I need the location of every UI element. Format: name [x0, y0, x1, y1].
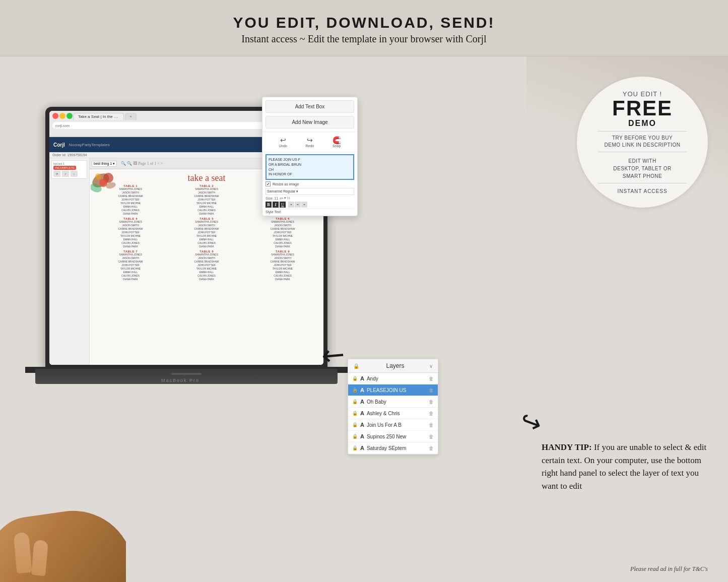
- layer-type-A-6: A: [360, 433, 364, 439]
- layer-lock-icon-7: 🔒: [352, 445, 358, 450]
- table-9: TABLE 9 SAMANTHA JONESJASON SMITHCARRIE …: [245, 250, 320, 281]
- mobile-editing-panel[interactable]: Add Text Box Add New Image ↩ Undo ↪ Redo…: [262, 97, 358, 216]
- italic-btn[interactable]: I: [273, 202, 279, 208]
- align-left-btn[interactable]: ≡: [288, 202, 294, 208]
- layer-type-A: A: [360, 375, 364, 381]
- layer-delete-icon[interactable]: 🗑: [429, 376, 434, 381]
- corjl-sidebar: hint text 1 INCOMPLETE ⟳ ✓ ↓: [49, 158, 90, 365]
- sidebar-preview: hint text 1 INCOMPLETE ⟳ ✓ ↓: [51, 160, 87, 179]
- layers-title: Layers: [386, 362, 404, 369]
- layer-lock-icon-4: 🔒: [352, 411, 358, 416]
- macbook-label: MacBook Pro: [161, 378, 200, 383]
- handy-tip-section: HANDY TIP: If you are unable to select &…: [542, 441, 713, 492]
- toolbar-zoom: 🔍 🔍 🖼 Page 1 of 1 < >: [121, 161, 163, 166]
- size-controls: Size: 11 px ▾ 11: [266, 196, 354, 200]
- resize-label: Resize as Image: [273, 182, 299, 186]
- underline-btn[interactable]: U: [280, 202, 286, 208]
- bold-btn[interactable]: B: [266, 202, 272, 208]
- align-btns: ≡ ≡ ≡: [288, 202, 307, 208]
- incomplete-badge: INCOMPLETE: [53, 166, 76, 170]
- demo-edit-with-text: EDIT WITH DESKTOP, TABLET OR SMART PHONE: [613, 157, 671, 180]
- text-editing-panel: PLEASE JOIN US FOR A BRIDAL BRUNCHIN HON…: [262, 152, 357, 216]
- smartphone-label: SMART PHONE: [623, 173, 662, 179]
- table-7-names: SAMANTHA JONESJASON SMITHCARRIE BRADSHAW…: [93, 253, 168, 281]
- platforms-label: DESKTOP, TABLET OR: [613, 166, 671, 171]
- layers-header: 🔒 Layers ∨: [348, 359, 438, 373]
- table-8-names: SAMANTHA JONESJASON SMITHCARRIE BRADSHAW…: [169, 253, 244, 281]
- arrow-circle-to-tip: ↩: [516, 405, 546, 440]
- layer-item-andy[interactable]: 🔒 A Andy 🗑: [348, 373, 438, 384]
- layer-delete-icon-4[interactable]: 🗑: [429, 411, 434, 416]
- text-content-box[interactable]: PLEASE JOIN US FOR A BRIDAL BRUNCHIN HON…: [266, 154, 354, 180]
- align-center-btn[interactable]: ≡: [295, 202, 301, 208]
- layers-chevron-icon[interactable]: ∨: [429, 363, 433, 369]
- try-before-text: TRY BEFORE YOU BUY: [612, 135, 673, 141]
- layer-delete-icon-6[interactable]: 🗑: [429, 434, 434, 439]
- layer-item-join-us[interactable]: 🔒 A Join Us For A B 🗑: [348, 419, 438, 431]
- table-6-names: SAMANTHA JONESJASON SMITHCARRIE BRADSHAW…: [245, 220, 320, 248]
- minimize-btn[interactable]: [59, 113, 65, 119]
- layer-name-join-us: Join Us For A B: [367, 422, 426, 428]
- layer-name-andy: Andy: [367, 376, 426, 381]
- inactive-tab: +: [125, 113, 137, 120]
- layer-delete-icon-2[interactable]: 🗑: [429, 387, 434, 393]
- add-text-box-btn[interactable]: Add Text Box: [266, 100, 354, 113]
- maximize-btn[interactable]: [67, 113, 73, 119]
- layer-lock-icon-6: 🔒: [352, 434, 358, 439]
- table-4-names: SAMANTHA JONESJASON SMITHCARRIE BRADSHAW…: [93, 220, 168, 248]
- corjl-logo: Corjl: [53, 142, 65, 148]
- toolbar-page-btn[interactable]: best thing 1 ▾: [92, 161, 117, 167]
- px-label: px ▾ 11: [280, 196, 290, 200]
- sidebar-action-3[interactable]: ↓: [71, 171, 78, 177]
- layer-type-A-4: A: [360, 410, 364, 416]
- close-btn[interactable]: [52, 113, 58, 119]
- sidebar-badge: INCOMPLETE: [53, 166, 85, 169]
- demo-link-text: DEMO LINK IN DESCRIPTION: [605, 142, 681, 148]
- sidebar-action-icons: ⟳ ✓ ↓: [53, 171, 85, 177]
- layer-delete-icon-3[interactable]: 🗑: [429, 399, 434, 405]
- table-2-names: SAMANTHA JONESJASON SMITHCARRIE BRADSHAW…: [169, 187, 244, 216]
- sub-headline: Instant access ~ Edit the template in yo…: [10, 33, 718, 45]
- sidebar-action-1[interactable]: ⟳: [53, 171, 60, 177]
- layer-name-ashley-chris: Ashley & Chris: [367, 411, 426, 416]
- redo-btn[interactable]: ↪ Redo: [305, 136, 314, 148]
- layer-item-oh-baby[interactable]: 🔒 A Oh Baby 🗑: [348, 396, 438, 408]
- table-9-names: SAMANTHA JONESJASON SMITHCARRIE BRADSHAW…: [245, 253, 320, 281]
- layer-type-A-5: A: [360, 422, 364, 428]
- floral-top-left: [91, 170, 131, 211]
- main-headline: YOU EDIT, DOWNLOAD, SEND!: [10, 14, 718, 31]
- align-right-btn[interactable]: ≡: [301, 202, 307, 208]
- font-selector[interactable]: Samarind Regular ▾: [266, 188, 354, 195]
- layer-delete-icon-7[interactable]: 🗑: [429, 445, 434, 451]
- handy-tip-label: HANDY TIP:: [542, 442, 592, 452]
- undo-icon: ↩: [279, 136, 287, 144]
- layer-delete-icon-5[interactable]: 🗑: [429, 422, 434, 428]
- sidebar-action-2[interactable]: ✓: [62, 171, 69, 177]
- table-7: TABLE 7 SAMANTHA JONESJASON SMITHCARRIE …: [93, 250, 168, 281]
- demo-instant-text: INSTANT ACCESS: [617, 188, 667, 194]
- free-demo-circle: YOU EDIT ! FREE DEMO TRY BEFORE YOU BUY …: [577, 77, 708, 208]
- hand-typing-area: [0, 492, 126, 582]
- undo-btn[interactable]: ↩ Undo: [279, 136, 287, 148]
- active-tab[interactable]: Take a Seat | In the Bride's ...: [74, 113, 124, 120]
- trackpad: [171, 373, 202, 375]
- layer-item-please-join[interactable]: 🔒 A PLEASEJOIN US 🗑: [348, 384, 438, 396]
- layer-item-saturday[interactable]: 🔒 A Saturday SEptem 🗑: [348, 442, 438, 454]
- undo-redo-row: ↩ Undo ↪ Redo 🧲 Snap: [266, 134, 354, 150]
- main-area: Take a Seat | In the Bride's ... + corjl…: [0, 56, 728, 582]
- checkbox[interactable]: ✓: [266, 181, 271, 186]
- layer-lock-icon-3: 🔒: [352, 399, 358, 404]
- table-2: TABLE 2 SAMANTHA JONESJASON SMITHCARRIE …: [169, 184, 244, 216]
- layer-item-ashley-chris[interactable]: 🔒 A Ashley & Chris 🗑: [348, 408, 438, 419]
- layers-panel[interactable]: 🔒 Layers ∨ 🔒 A Andy 🗑 🔒 A PLEASEJOIN US …: [348, 359, 438, 455]
- layer-type-A-2: A: [360, 387, 364, 393]
- add-new-image-btn[interactable]: Add New Image: [266, 116, 354, 128]
- layer-lock-icon: 🔒: [352, 376, 358, 381]
- demo-divider-1: [598, 131, 687, 132]
- demo-divider-2: [598, 152, 687, 152]
- footer-note: Please read ad in full for T&C's: [630, 565, 708, 573]
- layer-name-oh-baby: Oh Baby: [367, 399, 426, 405]
- snap-btn[interactable]: 🧲 Snap: [333, 136, 341, 148]
- layer-item-supinos[interactable]: 🔒 A Supinos 250 New 🗑: [348, 431, 438, 442]
- layer-lock-icon-2: 🔒: [352, 387, 358, 393]
